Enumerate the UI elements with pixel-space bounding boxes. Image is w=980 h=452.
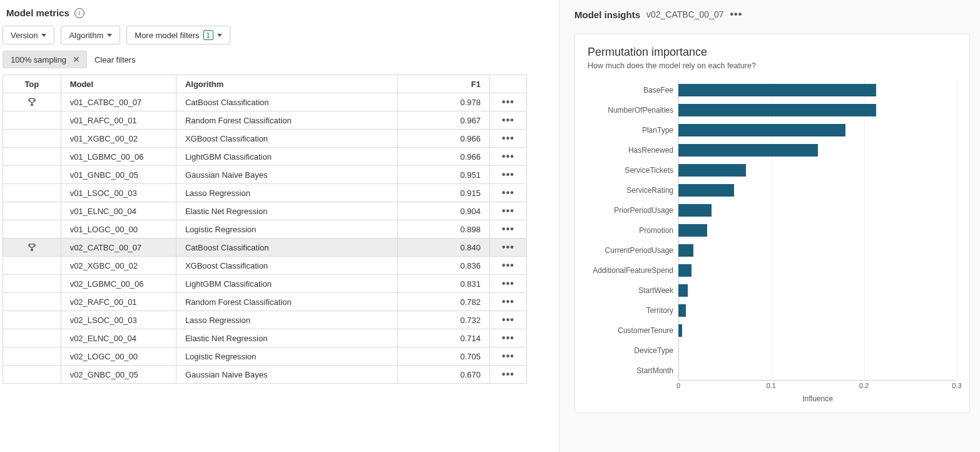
row-more-icon[interactable]: ••• [502, 223, 514, 235]
active-filters-row: 100% sampling ✕ Clear filters [1, 51, 559, 74]
col-header-model[interactable]: Model [61, 75, 176, 93]
sampling-chip[interactable]: 100% sampling ✕ [3, 51, 87, 68]
more-filters-button[interactable]: More model filters 1 [126, 26, 230, 44]
top-cell [3, 311, 61, 329]
algorithm-cell: CatBoost Classification [176, 239, 397, 257]
algorithm-cell: Logistic Regression [176, 220, 397, 239]
row-more-icon[interactable]: ••• [502, 332, 514, 344]
row-more-icon[interactable]: ••• [502, 369, 514, 380]
row-more-icon[interactable]: ••• [502, 205, 514, 217]
model-cell: v01_LGBMC_00_06 [61, 148, 176, 166]
model-cell: v02_ELNC_00_04 [61, 329, 176, 347]
chart-bar-row [678, 100, 957, 120]
insights-more-icon[interactable]: ••• [730, 9, 742, 20]
model-cell: v02_LGBMC_00_06 [61, 275, 176, 293]
table-row[interactable]: v02_GNBC_00_05Gaussian Naive Bayes0.670•… [3, 366, 527, 384]
f1-cell: 0.705 [397, 347, 489, 366]
top-cell [3, 329, 61, 347]
actions-cell: ••• [490, 257, 527, 275]
chart-bar [678, 204, 712, 217]
model-metrics-table: Top Model Algorithm F1 v01_CATBC_00_07Ca… [3, 74, 527, 384]
table-row[interactable]: v01_XGBC_00_02XGBoost Classification0.96… [3, 130, 527, 148]
f1-cell: 0.831 [397, 275, 489, 293]
chart-category-label: ServiceRating [588, 180, 678, 200]
chart-bar-row [678, 240, 957, 260]
f1-cell: 0.978 [397, 93, 489, 111]
chart-bar [678, 284, 688, 297]
top-cell [3, 257, 61, 275]
table-row[interactable]: v01_LSOC_00_03Lasso Regression0.915••• [3, 184, 527, 202]
table-row[interactable]: v01_LOGC_00_00Logistic Regression0.898••… [3, 220, 527, 239]
model-cell: v01_XGBC_00_02 [61, 130, 176, 148]
more-filters-count-badge: 1 [203, 30, 213, 40]
col-header-f1[interactable]: F1 [397, 75, 489, 93]
top-cell [3, 184, 61, 202]
chart-bar [678, 224, 707, 237]
table-row[interactable]: v02_LGBMC_00_06LightGBM Classification0.… [3, 275, 527, 293]
clear-filters-link[interactable]: Clear filters [94, 55, 136, 64]
trophy-icon [12, 97, 52, 107]
version-filter-button[interactable]: Version [3, 26, 54, 44]
info-icon[interactable]: i [74, 8, 84, 18]
algorithm-cell: Lasso Regression [176, 184, 397, 202]
row-more-icon[interactable]: ••• [502, 314, 514, 326]
row-more-icon[interactable]: ••• [502, 351, 514, 362]
row-more-icon[interactable]: ••• [502, 296, 514, 307]
chart-bar [678, 84, 876, 96]
row-more-icon[interactable]: ••• [502, 115, 514, 126]
model-cell: v01_RAFC_00_01 [61, 111, 176, 130]
chart-category-label: ServiceTickets [588, 160, 678, 180]
top-cell [3, 366, 61, 384]
f1-cell: 0.840 [397, 239, 489, 257]
chevron-down-icon [217, 34, 222, 37]
chart-bar [678, 144, 818, 157]
model-cell: v02_XGBC_00_02 [61, 257, 176, 275]
algorithm-cell: Random Forest Classification [176, 111, 397, 130]
row-more-icon[interactable]: ••• [502, 169, 514, 180]
row-more-icon[interactable]: ••• [502, 96, 514, 108]
chart-bar-row [678, 361, 957, 381]
actions-cell: ••• [490, 347, 527, 366]
col-header-top[interactable]: Top [3, 75, 61, 93]
row-more-icon[interactable]: ••• [502, 151, 514, 162]
table-row[interactable]: v01_LGBMC_00_06LightGBM Classification0.… [3, 148, 527, 166]
table-row[interactable]: v02_CATBC_00_07CatBoost Classification0.… [3, 239, 527, 257]
actions-cell: ••• [490, 293, 527, 311]
chevron-down-icon [107, 34, 112, 37]
top-cell [3, 202, 61, 220]
top-cell [3, 166, 61, 184]
version-filter-label: Version [11, 31, 38, 40]
algorithm-cell: Random Forest Classification [176, 293, 397, 311]
table-row[interactable]: v01_GNBC_00_05Gaussian Naive Bayes0.951•… [3, 166, 527, 184]
row-more-icon[interactable]: ••• [502, 260, 514, 271]
table-row[interactable]: v02_LOGC_00_00Logistic Regression0.705••… [3, 347, 527, 366]
algorithm-cell: Logistic Regression [176, 347, 397, 366]
chart-xtick: 0.3 [952, 382, 961, 389]
algorithm-filter-button[interactable]: Algorithm [61, 26, 120, 44]
chart-bar-row [678, 200, 957, 220]
row-more-icon[interactable]: ••• [502, 242, 514, 253]
table-row[interactable]: v01_ELNC_00_04Elastic Net Regression0.90… [3, 202, 527, 220]
close-icon[interactable]: ✕ [71, 54, 81, 64]
table-row[interactable]: v02_ELNC_00_04Elastic Net Regression0.71… [3, 329, 527, 347]
chart-bar-row [678, 260, 957, 280]
f1-cell: 0.915 [397, 184, 489, 202]
top-cell [3, 220, 61, 239]
table-row[interactable]: v01_CATBC_00_07CatBoost Classification0.… [3, 93, 527, 111]
row-more-icon[interactable]: ••• [502, 278, 514, 289]
f1-cell: 0.951 [397, 166, 489, 184]
actions-cell: ••• [490, 275, 527, 293]
table-row[interactable]: v01_RAFC_00_01Random Forest Classificati… [3, 111, 527, 130]
col-header-algorithm[interactable]: Algorithm [176, 75, 397, 93]
chart-category-label: CurrentPeriodUsage [588, 240, 678, 260]
table-row[interactable]: v02_RAFC_00_01Random Forest Classificati… [3, 293, 527, 311]
table-row[interactable]: v02_XGBC_00_02XGBoost Classification0.83… [3, 257, 527, 275]
chart-xtick: 0.2 [859, 382, 869, 389]
row-more-icon[interactable]: ••• [502, 133, 514, 144]
more-filters-label: More model filters [135, 31, 199, 40]
chart-bar-row [678, 180, 957, 200]
table-row[interactable]: v02_LSOC_00_03Lasso Regression0.732••• [3, 311, 527, 329]
model-cell: v02_CATBC_00_07 [61, 239, 176, 257]
actions-cell: ••• [490, 166, 527, 184]
row-more-icon[interactable]: ••• [502, 187, 514, 198]
